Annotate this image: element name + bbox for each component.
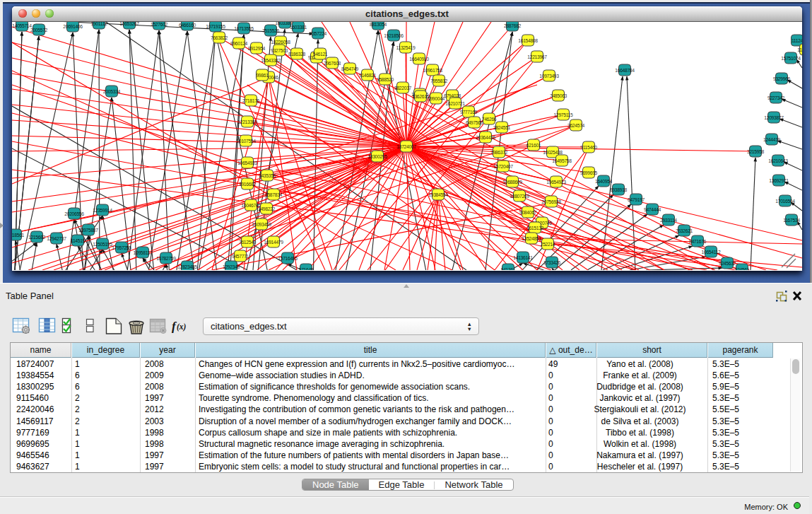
svg-text:9327503: 9327503: [271, 48, 288, 53]
svg-text:1733426: 1733426: [543, 260, 561, 265]
svg-text:3824551: 3824551: [493, 125, 511, 130]
svg-text:12942737: 12942737: [47, 236, 66, 241]
svg-text:6990044: 6990044: [428, 96, 445, 101]
svg-text:16782759: 16782759: [156, 256, 176, 261]
svg-text:16210643: 16210643: [768, 158, 788, 163]
svg-text:10654112: 10654112: [702, 250, 722, 255]
svg-text:1603381: 1603381: [290, 25, 307, 30]
svg-text:3215958: 3215958: [747, 149, 765, 154]
svg-text:1615132: 1615132: [526, 226, 544, 230]
svg-text:1588520: 1588520: [377, 77, 394, 82]
svg-text:19654923: 19654923: [546, 180, 566, 185]
svg-text:12093877: 12093877: [764, 115, 784, 120]
svg-text:1527602: 1527602: [151, 22, 168, 27]
svg-text:8912954: 8912954: [248, 46, 266, 51]
svg-text:16648784: 16648784: [615, 68, 635, 73]
svg-text:2005334: 2005334: [103, 89, 121, 94]
svg-text:1362616: 1362616: [412, 94, 430, 99]
svg-text:10958117: 10958117: [134, 250, 153, 255]
svg-text:20756928: 20756928: [541, 199, 561, 204]
svg-text:9474444: 9474444: [644, 207, 661, 212]
svg-text:6466160: 6466160: [179, 23, 196, 28]
svg-text:11325419: 11325419: [396, 45, 416, 50]
svg-text:15720407: 15720407: [493, 164, 513, 169]
svg-text:9146821: 9146821: [359, 73, 377, 78]
svg-text:9227342: 9227342: [767, 95, 785, 100]
svg-text:10973493: 10973493: [539, 74, 559, 78]
svg-text:20691406: 20691406: [63, 24, 83, 29]
svg-text:10653267: 10653267: [119, 22, 139, 26]
svg-text:7485063: 7485063: [550, 93, 567, 98]
svg-text:1498222: 1498222: [258, 206, 276, 211]
svg-text:8938918: 8938918: [610, 187, 628, 192]
svg-text:8471676: 8471676: [689, 239, 707, 244]
svg-text:9084067: 9084067: [519, 210, 537, 215]
svg-text:7955812: 7955812: [430, 78, 448, 83]
svg-text:8813054: 8813054: [370, 22, 387, 27]
svg-text:7986372: 7986372: [490, 150, 508, 155]
svg-text:18300295: 18300295: [367, 154, 387, 159]
svg-text:16640910: 16640910: [409, 57, 429, 62]
svg-text:8454749: 8454749: [341, 66, 359, 71]
svg-text:746266: 746266: [482, 117, 497, 122]
svg-text:7663822: 7663822: [211, 35, 228, 40]
svg-text:13692971: 13692971: [769, 178, 789, 183]
svg-text:16713555: 16713555: [234, 26, 254, 31]
svg-text:2005572: 2005572: [30, 28, 48, 33]
svg-text:9115460: 9115460: [580, 145, 597, 150]
svg-text:1215682: 1215682: [28, 235, 46, 240]
svg-text:16543382: 16543382: [261, 58, 281, 63]
svg-text:12213389: 12213389: [237, 119, 257, 124]
svg-text:2887682: 2887682: [504, 23, 522, 28]
svg-text:1435358: 1435358: [259, 173, 276, 178]
svg-text:99861: 99861: [256, 73, 269, 78]
svg-text:2967608: 2967608: [324, 61, 341, 66]
svg-text:10961758: 10961758: [423, 68, 442, 73]
svg-text:6497568: 6497568: [466, 120, 483, 125]
svg-text:1916682: 1916682: [239, 182, 257, 187]
svg-text:9457771: 9457771: [232, 254, 249, 259]
svg-text:18724007: 18724007: [396, 144, 416, 149]
svg-text:12975115: 12975115: [554, 112, 574, 117]
svg-text:12823485: 12823485: [177, 264, 197, 269]
svg-text:19384554: 19384554: [428, 192, 448, 197]
svg-text:10719155: 10719155: [206, 24, 225, 29]
svg-text:941361: 941361: [501, 267, 516, 271]
svg-text:2718176: 2718176: [242, 98, 260, 103]
svg-text:12505195: 12505195: [93, 242, 112, 247]
svg-text:1244419: 1244419: [763, 137, 781, 142]
svg-text:6794028: 6794028: [444, 93, 461, 98]
svg-text:924561: 924561: [735, 267, 750, 271]
svg-text:15716485: 15716485: [278, 256, 298, 261]
svg-text:8186328: 8186328: [288, 52, 306, 57]
svg-text:7515526: 7515526: [262, 28, 280, 33]
svg-text:8960124: 8960124: [230, 41, 248, 46]
svg-text:20364436: 20364436: [476, 135, 495, 140]
svg-text:15751074: 15751074: [781, 56, 801, 61]
svg-text:16093459: 16093459: [252, 222, 271, 227]
svg-text:3918561: 3918561: [12, 233, 25, 238]
svg-text:(x): (x): [177, 322, 187, 332]
svg-text:2933114: 2933114: [660, 218, 677, 223]
svg-text:12213967: 12213967: [527, 54, 547, 59]
svg-text:3624574: 3624574: [567, 123, 585, 128]
svg-text:12359914: 12359914: [93, 208, 112, 213]
svg-text:17016504: 17016504: [775, 199, 795, 204]
svg-text:16495758: 16495758: [552, 158, 572, 163]
svg-text:546121: 546121: [313, 52, 328, 57]
svg-text:621601: 621601: [526, 143, 541, 148]
svg-text:1132548: 1132548: [797, 47, 802, 52]
svg-text:8587834: 8587834: [265, 192, 283, 197]
svg-text:7357224: 7357224: [310, 31, 327, 36]
svg-text:16154808: 16154808: [518, 38, 538, 43]
svg-text:14055714: 14055714: [12, 23, 32, 28]
svg-text:1292348: 1292348: [223, 264, 240, 269]
svg-text:10107554: 10107554: [236, 139, 256, 144]
svg-text:1901112: 1901112: [90, 22, 107, 26]
svg-text:9777169: 9777169: [460, 110, 478, 115]
svg-text:13524851: 13524851: [522, 236, 541, 241]
svg-text:20206556: 20206556: [64, 211, 84, 216]
svg-text:571648: 571648: [299, 267, 314, 271]
svg-text:10688609: 10688609: [502, 180, 522, 185]
svg-text:19218506: 19218506: [384, 33, 404, 38]
